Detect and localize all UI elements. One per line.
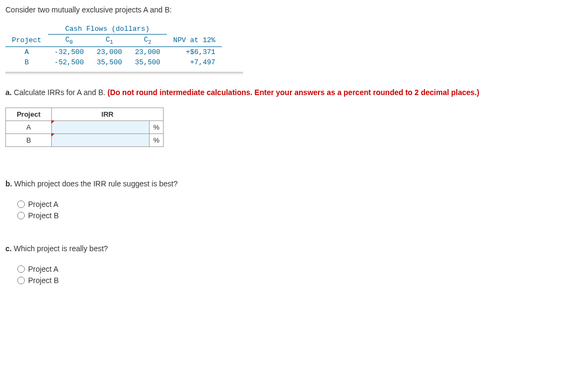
question-a: a. Calculate IRRs for A and B. (Do not r… xyxy=(5,88,583,97)
divider xyxy=(5,72,243,75)
intro-text: Consider two mutually exclusive projects… xyxy=(5,5,583,14)
input-header-irr: IRR xyxy=(52,108,164,120)
qb-option-b[interactable]: Project B xyxy=(17,211,583,220)
question-b-options: Project A Project B xyxy=(5,200,583,220)
pct-label-b: % xyxy=(150,133,164,146)
qb-radio-b[interactable] xyxy=(17,212,25,219)
qb-option-a[interactable]: Project A xyxy=(17,200,583,209)
irr-input-table: Project IRR A % B % xyxy=(5,108,164,147)
col-project: Project xyxy=(5,35,48,47)
qb-radio-a[interactable] xyxy=(17,200,25,208)
input-row-a-label: A xyxy=(6,120,52,133)
qc-option-b[interactable]: Project B xyxy=(17,276,583,285)
irr-a-input[interactable] xyxy=(52,121,149,133)
col-c2: C2 xyxy=(129,35,167,47)
irr-b-input[interactable] xyxy=(52,134,149,146)
pct-label-a: % xyxy=(150,120,164,133)
qc-radio-b[interactable] xyxy=(17,277,25,284)
col-npv: NPV at 12% xyxy=(167,35,222,47)
question-c: c. Which project is really best? xyxy=(5,244,583,253)
row-b: B -52,500 35,500 35,500 +7,497 xyxy=(5,57,222,68)
input-header-project: Project xyxy=(6,108,52,120)
col-c1: C1 xyxy=(90,35,129,47)
cash-flow-table: Cash Flows (dollars) Project C0 C1 C2 NP… xyxy=(5,24,222,68)
qc-option-a[interactable]: Project A xyxy=(17,265,583,273)
col-c0: C0 xyxy=(48,35,91,47)
qc-radio-a[interactable] xyxy=(17,265,25,273)
input-row-b-label: B xyxy=(6,133,52,146)
question-c-options: Project A Project B xyxy=(5,265,583,285)
row-a: A -32,500 23,000 23,000 +$6,371 xyxy=(5,46,222,57)
question-b: b. Which project does the IRR rule sugge… xyxy=(5,179,583,188)
cf-header: Cash Flows (dollars) xyxy=(48,24,167,35)
